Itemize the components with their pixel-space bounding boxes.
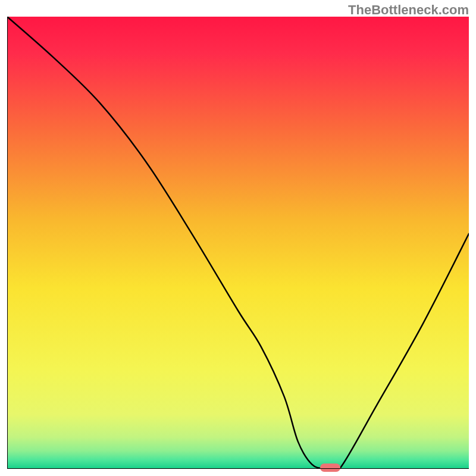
chart-plot-area — [7, 17, 469, 469]
chart-line-series — [7, 17, 469, 469]
watermark-text: TheBottleneck.com — [348, 2, 469, 18]
optimal-point-marker — [320, 464, 340, 472]
